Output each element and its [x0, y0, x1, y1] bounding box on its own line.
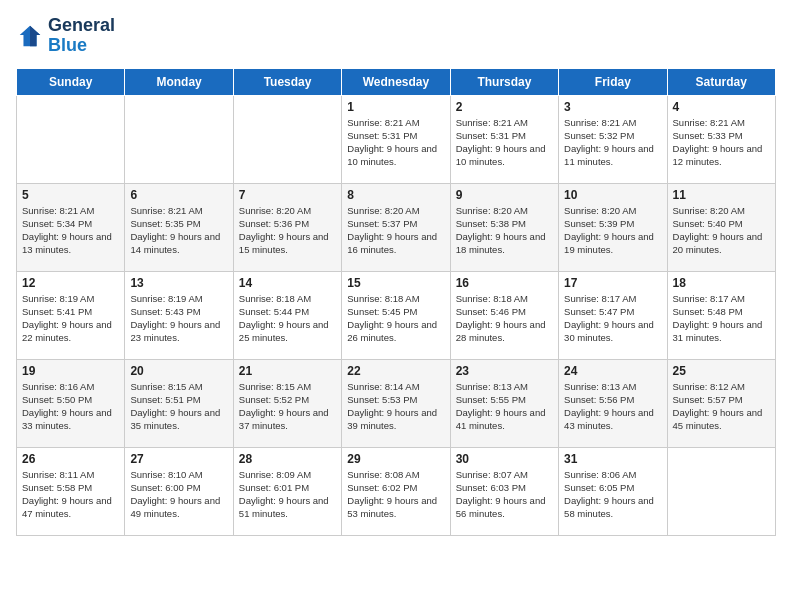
calendar-cell: 23Sunrise: 8:13 AM Sunset: 5:55 PM Dayli…	[450, 359, 558, 447]
page-header: General Blue	[16, 16, 776, 56]
day-number: 27	[130, 452, 227, 466]
calendar-cell	[125, 95, 233, 183]
day-number: 8	[347, 188, 444, 202]
day-header-wednesday: Wednesday	[342, 68, 450, 95]
calendar-cell: 19Sunrise: 8:16 AM Sunset: 5:50 PM Dayli…	[17, 359, 125, 447]
day-number: 14	[239, 276, 336, 290]
day-number: 28	[239, 452, 336, 466]
day-number: 5	[22, 188, 119, 202]
day-number: 16	[456, 276, 553, 290]
cell-content: Sunrise: 8:21 AM Sunset: 5:34 PM Dayligh…	[22, 204, 119, 257]
cell-content: Sunrise: 8:21 AM Sunset: 5:32 PM Dayligh…	[564, 116, 661, 169]
calendar-cell: 22Sunrise: 8:14 AM Sunset: 5:53 PM Dayli…	[342, 359, 450, 447]
cell-content: Sunrise: 8:21 AM Sunset: 5:35 PM Dayligh…	[130, 204, 227, 257]
cell-content: Sunrise: 8:06 AM Sunset: 6:05 PM Dayligh…	[564, 468, 661, 521]
calendar-cell: 15Sunrise: 8:18 AM Sunset: 5:45 PM Dayli…	[342, 271, 450, 359]
cell-content: Sunrise: 8:17 AM Sunset: 5:47 PM Dayligh…	[564, 292, 661, 345]
calendar-cell: 31Sunrise: 8:06 AM Sunset: 6:05 PM Dayli…	[559, 447, 667, 535]
calendar-cell: 27Sunrise: 8:10 AM Sunset: 6:00 PM Dayli…	[125, 447, 233, 535]
calendar-cell: 8Sunrise: 8:20 AM Sunset: 5:37 PM Daylig…	[342, 183, 450, 271]
calendar-cell: 1Sunrise: 8:21 AM Sunset: 5:31 PM Daylig…	[342, 95, 450, 183]
day-header-thursday: Thursday	[450, 68, 558, 95]
day-number: 18	[673, 276, 770, 290]
day-header-sunday: Sunday	[17, 68, 125, 95]
day-number: 1	[347, 100, 444, 114]
calendar-cell: 30Sunrise: 8:07 AM Sunset: 6:03 PM Dayli…	[450, 447, 558, 535]
calendar-cell: 4Sunrise: 8:21 AM Sunset: 5:33 PM Daylig…	[667, 95, 775, 183]
cell-content: Sunrise: 8:21 AM Sunset: 5:31 PM Dayligh…	[456, 116, 553, 169]
calendar-cell: 12Sunrise: 8:19 AM Sunset: 5:41 PM Dayli…	[17, 271, 125, 359]
calendar-cell: 2Sunrise: 8:21 AM Sunset: 5:31 PM Daylig…	[450, 95, 558, 183]
cell-content: Sunrise: 8:16 AM Sunset: 5:50 PM Dayligh…	[22, 380, 119, 433]
day-header-tuesday: Tuesday	[233, 68, 341, 95]
day-number: 22	[347, 364, 444, 378]
calendar-cell: 3Sunrise: 8:21 AM Sunset: 5:32 PM Daylig…	[559, 95, 667, 183]
calendar-week-4: 19Sunrise: 8:16 AM Sunset: 5:50 PM Dayli…	[17, 359, 776, 447]
day-number: 4	[673, 100, 770, 114]
day-header-saturday: Saturday	[667, 68, 775, 95]
cell-content: Sunrise: 8:18 AM Sunset: 5:46 PM Dayligh…	[456, 292, 553, 345]
day-number: 26	[22, 452, 119, 466]
calendar-cell: 9Sunrise: 8:20 AM Sunset: 5:38 PM Daylig…	[450, 183, 558, 271]
calendar-cell: 6Sunrise: 8:21 AM Sunset: 5:35 PM Daylig…	[125, 183, 233, 271]
cell-content: Sunrise: 8:20 AM Sunset: 5:36 PM Dayligh…	[239, 204, 336, 257]
cell-content: Sunrise: 8:07 AM Sunset: 6:03 PM Dayligh…	[456, 468, 553, 521]
logo: General Blue	[16, 16, 115, 56]
cell-content: Sunrise: 8:17 AM Sunset: 5:48 PM Dayligh…	[673, 292, 770, 345]
logo-text-general: General	[48, 16, 115, 36]
calendar-cell	[667, 447, 775, 535]
cell-content: Sunrise: 8:12 AM Sunset: 5:57 PM Dayligh…	[673, 380, 770, 433]
calendar-cell: 29Sunrise: 8:08 AM Sunset: 6:02 PM Dayli…	[342, 447, 450, 535]
calendar-cell: 14Sunrise: 8:18 AM Sunset: 5:44 PM Dayli…	[233, 271, 341, 359]
day-number: 23	[456, 364, 553, 378]
day-number: 31	[564, 452, 661, 466]
day-number: 25	[673, 364, 770, 378]
day-number: 3	[564, 100, 661, 114]
calendar-cell: 18Sunrise: 8:17 AM Sunset: 5:48 PM Dayli…	[667, 271, 775, 359]
day-number: 6	[130, 188, 227, 202]
day-number: 11	[673, 188, 770, 202]
cell-content: Sunrise: 8:13 AM Sunset: 5:56 PM Dayligh…	[564, 380, 661, 433]
cell-content: Sunrise: 8:10 AM Sunset: 6:00 PM Dayligh…	[130, 468, 227, 521]
cell-content: Sunrise: 8:21 AM Sunset: 5:31 PM Dayligh…	[347, 116, 444, 169]
calendar-cell: 28Sunrise: 8:09 AM Sunset: 6:01 PM Dayli…	[233, 447, 341, 535]
day-number: 10	[564, 188, 661, 202]
day-number: 19	[22, 364, 119, 378]
calendar-cell	[233, 95, 341, 183]
calendar-cell: 7Sunrise: 8:20 AM Sunset: 5:36 PM Daylig…	[233, 183, 341, 271]
day-number: 21	[239, 364, 336, 378]
day-header-friday: Friday	[559, 68, 667, 95]
day-number: 29	[347, 452, 444, 466]
cell-content: Sunrise: 8:15 AM Sunset: 5:52 PM Dayligh…	[239, 380, 336, 433]
day-number: 20	[130, 364, 227, 378]
cell-content: Sunrise: 8:21 AM Sunset: 5:33 PM Dayligh…	[673, 116, 770, 169]
calendar-cell: 5Sunrise: 8:21 AM Sunset: 5:34 PM Daylig…	[17, 183, 125, 271]
calendar-cell: 13Sunrise: 8:19 AM Sunset: 5:43 PM Dayli…	[125, 271, 233, 359]
svg-marker-1	[30, 26, 40, 47]
calendar-cell: 20Sunrise: 8:15 AM Sunset: 5:51 PM Dayli…	[125, 359, 233, 447]
cell-content: Sunrise: 8:19 AM Sunset: 5:41 PM Dayligh…	[22, 292, 119, 345]
calendar-cell: 21Sunrise: 8:15 AM Sunset: 5:52 PM Dayli…	[233, 359, 341, 447]
day-number: 15	[347, 276, 444, 290]
cell-content: Sunrise: 8:14 AM Sunset: 5:53 PM Dayligh…	[347, 380, 444, 433]
calendar-week-5: 26Sunrise: 8:11 AM Sunset: 5:58 PM Dayli…	[17, 447, 776, 535]
cell-content: Sunrise: 8:20 AM Sunset: 5:37 PM Dayligh…	[347, 204, 444, 257]
calendar-cell: 17Sunrise: 8:17 AM Sunset: 5:47 PM Dayli…	[559, 271, 667, 359]
calendar-week-2: 5Sunrise: 8:21 AM Sunset: 5:34 PM Daylig…	[17, 183, 776, 271]
day-number: 2	[456, 100, 553, 114]
day-number: 17	[564, 276, 661, 290]
day-number: 7	[239, 188, 336, 202]
cell-content: Sunrise: 8:11 AM Sunset: 5:58 PM Dayligh…	[22, 468, 119, 521]
cell-content: Sunrise: 8:20 AM Sunset: 5:38 PM Dayligh…	[456, 204, 553, 257]
calendar-cell: 11Sunrise: 8:20 AM Sunset: 5:40 PM Dayli…	[667, 183, 775, 271]
cell-content: Sunrise: 8:18 AM Sunset: 5:44 PM Dayligh…	[239, 292, 336, 345]
calendar-table: SundayMondayTuesdayWednesdayThursdayFrid…	[16, 68, 776, 536]
calendar-cell: 26Sunrise: 8:11 AM Sunset: 5:58 PM Dayli…	[17, 447, 125, 535]
day-number: 12	[22, 276, 119, 290]
calendar-week-3: 12Sunrise: 8:19 AM Sunset: 5:41 PM Dayli…	[17, 271, 776, 359]
cell-content: Sunrise: 8:09 AM Sunset: 6:01 PM Dayligh…	[239, 468, 336, 521]
calendar-cell: 10Sunrise: 8:20 AM Sunset: 5:39 PM Dayli…	[559, 183, 667, 271]
logo-icon	[16, 22, 44, 50]
logo-text-blue: Blue	[48, 36, 115, 56]
calendar-cell: 16Sunrise: 8:18 AM Sunset: 5:46 PM Dayli…	[450, 271, 558, 359]
